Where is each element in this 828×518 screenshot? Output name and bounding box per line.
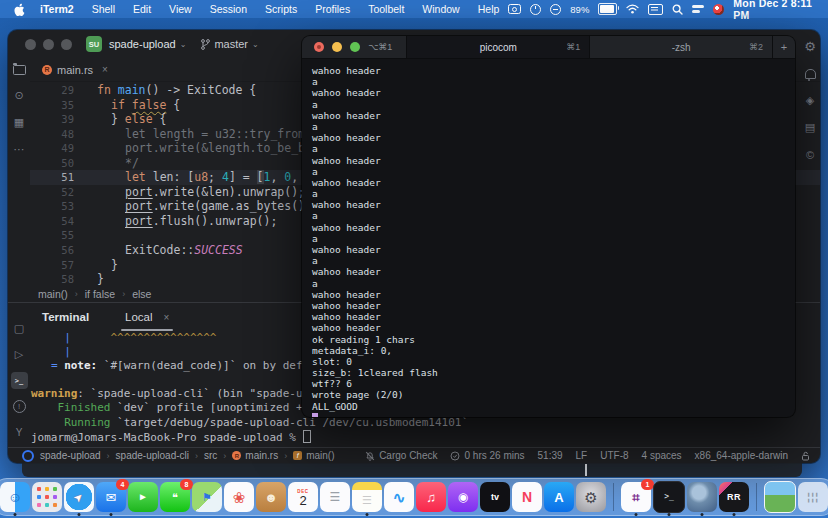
status-widget[interactable]: x86_64-apple-darwin — [695, 450, 788, 461]
breadcrumb-item[interactable]: else — [132, 288, 151, 300]
control-center-icon[interactable] — [692, 5, 704, 14]
minimize-button[interactable] — [332, 42, 342, 52]
dock-mail-icon[interactable]: ✉4 — [96, 482, 126, 512]
dock-maps-icon[interactable]: ⚑ — [192, 482, 222, 512]
status-widget[interactable]: Cargo Check — [365, 450, 437, 461]
breadcrumb-separator: › — [75, 289, 78, 299]
dock-launchpad-icon[interactable] — [32, 482, 62, 512]
dock-music-icon[interactable]: ♫ — [416, 482, 446, 512]
keyboard-icon[interactable] — [648, 4, 663, 15]
menu-window[interactable]: Window — [413, 3, 468, 15]
wifi-icon[interactable] — [626, 4, 639, 14]
window-controls[interactable] — [25, 39, 72, 50]
structure-icon[interactable]: ▦ — [11, 114, 28, 131]
terminal-panel-title[interactable]: Terminal — [42, 311, 89, 323]
iterm-tab-zsh[interactable]: -zsh ⌘2 — [590, 36, 773, 58]
safari-glyph: ➤ — [72, 490, 86, 504]
app-menu-icon[interactable] — [713, 4, 724, 15]
background-editor-window[interactable]: 377int timeout = 100 * 1000; // 100ms; w… — [22, 463, 802, 477]
breadcrumb-item[interactable]: if false — [85, 288, 115, 300]
status-widget[interactable]: 4 spaces — [642, 450, 682, 461]
dock-contacts-icon[interactable]: ☻ — [256, 482, 286, 512]
status-widget[interactable]: 0 hrs 26 mins — [450, 450, 524, 461]
dock-safari-icon[interactable]: ➤ — [64, 482, 94, 512]
project-selector[interactable]: spade-upload — [109, 38, 176, 50]
dock-appstore-icon[interactable]: A — [544, 482, 574, 512]
dock-trash-icon[interactable]: ☷ — [798, 482, 828, 512]
menu-session[interactable]: Session — [201, 3, 256, 15]
timer-icon[interactable] — [550, 4, 561, 15]
status-widget[interactable]: 51:39 — [538, 450, 563, 461]
dock-photos-icon[interactable]: ❀ — [224, 482, 254, 512]
dock-iterm-icon[interactable]: >_ — [653, 481, 685, 513]
dock-podcasts-icon[interactable]: ◉ — [448, 482, 478, 512]
tab-main-rs[interactable]: R main.rs × — [30, 58, 118, 81]
dock-finder-icon[interactable]: ☺ — [0, 482, 30, 512]
branch-selector[interactable]: master ⌄ — [201, 38, 258, 50]
apple-menu-icon[interactable] — [0, 3, 31, 16]
dock-facetime-icon[interactable]: ► — [128, 482, 158, 512]
status-widget[interactable]: UTF-8 — [600, 450, 628, 461]
breadcrumb[interactable]: main()›if false›else — [38, 286, 151, 302]
iterm-line: size_b: 1cleared flash — [312, 367, 795, 378]
status-breadcrumb[interactable]: spade-upload›spade-upload-cli›src›Rmain.… — [8, 450, 334, 462]
terminal-tab-close-icon[interactable]: × — [164, 312, 170, 323]
zoom-button[interactable] — [61, 39, 72, 50]
dock-tv-icon[interactable]: tv — [480, 482, 510, 512]
menu-edit[interactable]: Edit — [124, 3, 160, 15]
spotlight-icon[interactable] — [672, 4, 683, 15]
status-breadcrumb-item[interactable]: fmain() — [293, 450, 334, 461]
settings-icon[interactable]: ⚙ — [802, 38, 819, 55]
iterm-line: wahoo header — [312, 65, 795, 76]
notifications-icon[interactable] — [802, 65, 819, 82]
status-breadcrumb-item[interactable]: spade-upload-cli — [116, 450, 189, 461]
new-tab-button[interactable]: + — [773, 36, 795, 58]
running-indicator — [78, 513, 81, 516]
dock-notes-icon[interactable]: ☰ — [352, 482, 382, 512]
status-widget[interactable] — [801, 451, 810, 461]
dock-freeform-icon[interactable]: ∿ — [384, 482, 414, 512]
status-breadcrumb-item[interactable]: Rmain.rs — [232, 450, 278, 461]
status-widgets[interactable]: Cargo Check0 hrs 26 mins51:39LFUTF-84 sp… — [365, 450, 820, 461]
menu-toolbelt[interactable]: Toolbelt — [359, 3, 413, 15]
menu-iterm2[interactable]: iTerm2 — [31, 3, 83, 15]
iterm-window-controls[interactable]: ⌥⌘1 — [302, 36, 407, 58]
breadcrumb-item[interactable]: main() — [38, 288, 68, 300]
battery-icon[interactable] — [598, 3, 617, 15]
close-button[interactable] — [25, 39, 36, 50]
iterm-line: wahoo header — [312, 87, 795, 98]
menu-view[interactable]: View — [160, 3, 201, 15]
more-icon[interactable]: ⋯ — [11, 141, 28, 158]
dock-messages-icon[interactable]: ❝8 — [160, 482, 190, 512]
commit-icon[interactable]: ⊙ — [11, 87, 28, 104]
minimize-button[interactable] — [43, 39, 54, 50]
iterm-tab-picocom[interactable]: picocom ⌘1 — [407, 36, 590, 58]
dock-slack-icon[interactable]: ⌗1 — [621, 482, 651, 512]
status-widget[interactable]: LF — [576, 450, 588, 461]
tab-close-icon[interactable]: × — [102, 64, 108, 75]
dock-photoapp-icon[interactable] — [687, 482, 717, 512]
terminal-line: Running `target/debug/spade-upload-cli /… — [8, 416, 820, 430]
menu-profiles[interactable]: Profiles — [306, 3, 359, 15]
menu-help[interactable]: Help — [469, 3, 509, 15]
iterm-terminal-output[interactable]: wahoo headerawahoo headerawahoo headeraw… — [302, 59, 795, 417]
folder-icon[interactable] — [11, 60, 28, 77]
menubar-clock[interactable]: Mon Dec 2 8:11 PM — [733, 0, 816, 21]
menu-shell[interactable]: Shell — [83, 3, 124, 15]
reminders-glyph: ☰ — [330, 491, 341, 503]
dock-downloads-icon[interactable] — [764, 481, 796, 513]
dock-news-icon[interactable]: N — [512, 482, 542, 512]
zoom-button[interactable] — [350, 42, 360, 52]
status-breadcrumb-item[interactable]: spade-upload — [40, 450, 101, 461]
terminal-tab-local[interactable]: Local × — [125, 303, 169, 331]
status-breadcrumb-item[interactable]: src — [204, 450, 217, 461]
iterm-line: wahoo header — [312, 177, 795, 188]
clock-icon[interactable] — [530, 4, 541, 15]
screen-mirroring-icon[interactable] — [508, 4, 521, 14]
dock-settings-icon[interactable]: ⚙ — [576, 482, 606, 512]
close-button[interactable] — [314, 42, 324, 52]
dock-reminders-icon[interactable]: ☰ — [320, 482, 350, 512]
dock-calendar-icon[interactable]: DEC2 — [288, 482, 318, 512]
menu-scripts[interactable]: Scripts — [256, 3, 306, 15]
dock-rustrover-icon[interactable]: RR — [719, 482, 749, 512]
